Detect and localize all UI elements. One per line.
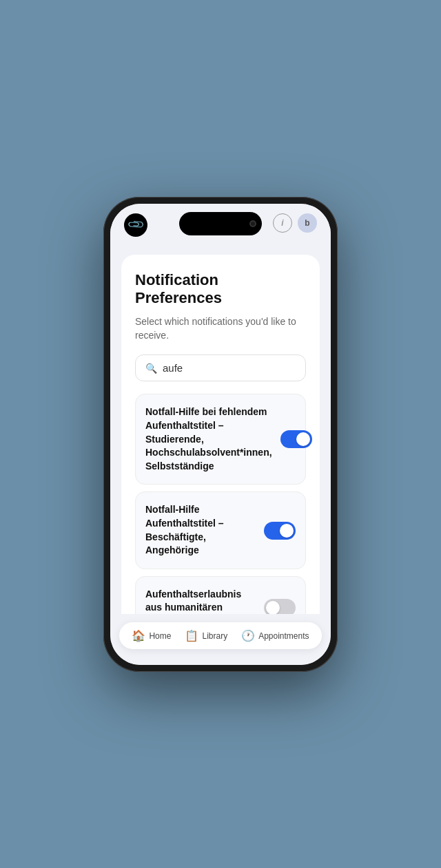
notification-list: Notfall-Hilfe bei fehlendem Aufenthaltst… bbox=[135, 394, 306, 613]
nav-item-appointments[interactable]: 🕐 Appointments bbox=[241, 629, 309, 642]
home-icon: 🏠 bbox=[132, 629, 145, 642]
notification-item-3: Aufenthaltserlaubnis aus humanitären Grü… bbox=[135, 576, 306, 614]
nav-item-library[interactable]: 📋 Library bbox=[185, 629, 227, 642]
clip-icon: 📎 bbox=[126, 215, 145, 235]
notification-toggle-1[interactable] bbox=[280, 430, 312, 448]
status-bar: 📎 i b bbox=[110, 204, 331, 241]
toggle-thumb-3 bbox=[266, 601, 280, 613]
phone-frame: 📎 i b Notification Preferences Select wh… bbox=[103, 197, 338, 672]
nav-label-library: Library bbox=[202, 631, 227, 641]
nav-label-home: Home bbox=[149, 631, 171, 641]
avatar-button[interactable]: b bbox=[298, 213, 317, 233]
camera-dot bbox=[249, 220, 256, 227]
appointments-icon: 🕐 bbox=[241, 629, 255, 642]
info-icon: i bbox=[281, 218, 283, 228]
library-icon: 📋 bbox=[185, 629, 198, 642]
toggle-thumb-1 bbox=[296, 432, 310, 446]
avatar-label: b bbox=[305, 218, 309, 228]
app-icon[interactable]: 📎 bbox=[124, 213, 147, 237]
page-subtitle: Select which notifications you'd like to… bbox=[135, 315, 306, 342]
toggle-thumb-2 bbox=[280, 524, 294, 538]
bottom-nav: 🏠 Home 📋 Library 🕐 Appointments bbox=[110, 614, 331, 665]
page-title: Notification Preferences bbox=[135, 271, 306, 308]
search-input[interactable]: aufe bbox=[163, 362, 183, 374]
notification-label-1: Notfall-Hilfe bei fehlendem Aufenthaltst… bbox=[145, 405, 272, 473]
search-box[interactable]: 🔍 aufe bbox=[135, 354, 306, 381]
main-content: Notification Preferences Select which no… bbox=[110, 241, 331, 614]
notification-toggle-3[interactable] bbox=[264, 599, 296, 613]
phone-screen: 📎 i b Notification Preferences Select wh… bbox=[110, 204, 331, 665]
status-bar-right: i b bbox=[273, 213, 317, 233]
content-card: Notification Preferences Select which no… bbox=[121, 255, 320, 614]
status-bar-left: 📎 bbox=[124, 213, 147, 237]
notification-item-1: Notfall-Hilfe bei fehlendem Aufenthaltst… bbox=[135, 394, 306, 485]
notification-item-2: Notfall-Hilfe Aufenthaltstitel – Beschäf… bbox=[135, 491, 306, 569]
notification-toggle-2[interactable] bbox=[264, 522, 296, 540]
nav-label-appointments: Appointments bbox=[258, 631, 309, 641]
nav-item-home[interactable]: 🏠 Home bbox=[132, 629, 171, 642]
nav-pill: 🏠 Home 📋 Library 🕐 Appointments bbox=[119, 622, 321, 649]
dynamic-island bbox=[179, 212, 262, 235]
info-button[interactable]: i bbox=[273, 213, 292, 233]
search-icon: 🔍 bbox=[145, 363, 157, 374]
notification-label-3: Aufenthaltserlaubnis aus humanitären Grü… bbox=[145, 588, 256, 614]
notification-label-2: Notfall-Hilfe Aufenthaltstitel – Beschäf… bbox=[145, 503, 256, 557]
